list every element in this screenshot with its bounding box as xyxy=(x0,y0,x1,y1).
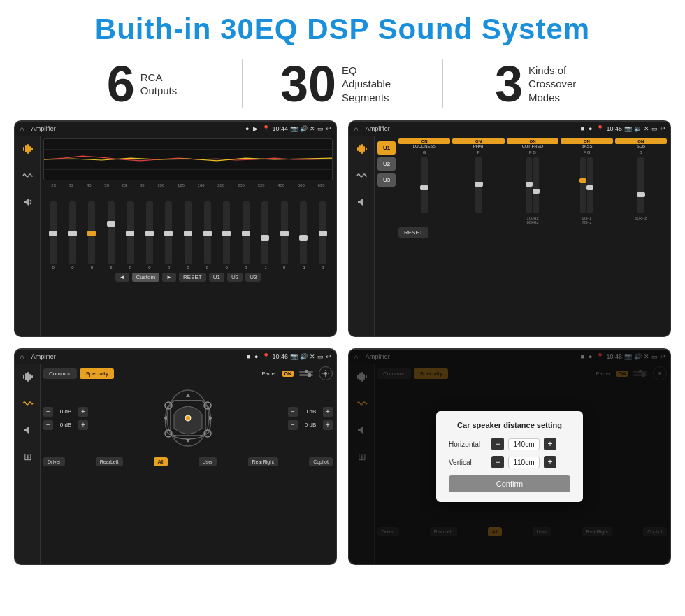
eq-u3-btn[interactable]: U3 xyxy=(245,273,261,282)
eq-play-btn[interactable]: ► xyxy=(162,273,176,282)
user-btn[interactable]: User xyxy=(199,457,217,466)
eq-track-7[interactable] xyxy=(185,201,192,264)
rear-left-btn[interactable]: RearLeft xyxy=(96,457,123,466)
u3-btn[interactable]: U3 xyxy=(377,173,396,187)
bass-slider-g[interactable] xyxy=(587,157,593,213)
horizontal-val: 140cm xyxy=(508,438,540,450)
horizontal-label: Horizontal xyxy=(449,440,487,448)
sidebar-expand-icon-3[interactable]: ⊞ xyxy=(20,449,36,464)
eq-track-9[interactable] xyxy=(223,201,230,264)
dialog-title: Car speaker distance setting xyxy=(449,421,570,429)
stat-rca-label: RCAOutputs xyxy=(140,71,178,98)
common-tab[interactable]: Common xyxy=(43,368,77,379)
eq-val-14: 0 xyxy=(322,266,324,270)
sidebar-eq-icon[interactable] xyxy=(20,141,36,157)
dot-icon-2: ■ xyxy=(581,125,584,132)
horizontal-minus-btn[interactable]: − xyxy=(491,438,504,450)
phat-slider[interactable] xyxy=(475,157,482,213)
db-val-2: 0 dB xyxy=(301,408,320,415)
settings-icon-3[interactable] xyxy=(319,366,333,380)
sidebar-wave-icon[interactable] xyxy=(20,168,36,183)
u1-btn[interactable]: U1 xyxy=(377,141,396,155)
db-minus-1[interactable]: − xyxy=(43,420,53,430)
screen1-sidebar xyxy=(15,136,41,336)
eq-val-12: 0 xyxy=(283,266,285,270)
confirm-button[interactable]: Confirm xyxy=(449,475,570,492)
rear-right-btn[interactable]: RearRight xyxy=(248,457,279,466)
eq-slider-13: -1 xyxy=(300,201,307,270)
screen1-title: Amplifier xyxy=(31,125,241,132)
eq-track-13[interactable] xyxy=(300,201,307,264)
dialog-horizontal-row: Horizontal − 140cm + xyxy=(449,438,570,450)
eq-val-0: 0 xyxy=(52,266,55,270)
eq-custom-btn[interactable]: Custom xyxy=(132,273,160,282)
cutfreq-slider-g[interactable] xyxy=(533,157,539,213)
eq-slider-7: 0 xyxy=(185,201,192,270)
db-minus-2[interactable]: − xyxy=(288,407,298,417)
sub-slider[interactable] xyxy=(637,157,644,213)
eq-track-8[interactable] xyxy=(204,201,211,264)
db-minus-0[interactable]: − xyxy=(43,407,53,417)
db-row-2: − 0 dB + xyxy=(288,407,333,417)
bass-slider-f[interactable] xyxy=(580,157,586,213)
loudness-slider[interactable] xyxy=(421,157,428,213)
eq-track-1[interactable] xyxy=(69,201,76,264)
sidebar-wave-icon-2[interactable] xyxy=(354,168,370,183)
vertical-minus-btn[interactable]: − xyxy=(491,456,504,468)
all-btn[interactable]: All xyxy=(154,457,168,466)
eq-track-4[interactable] xyxy=(127,201,134,264)
eq-val-10: 0 xyxy=(245,266,247,270)
eq-track-10[interactable] xyxy=(243,201,250,264)
copilot-btn[interactable]: Copilot xyxy=(309,457,333,466)
svg-rect-14 xyxy=(25,373,27,380)
eq-val-2: 0 xyxy=(91,266,93,270)
eq-track-5[interactable] xyxy=(146,201,153,264)
stat-crossover: 3 Kinds ofCrossover Modes xyxy=(443,59,643,109)
sidebar-vol-icon[interactable] xyxy=(20,194,36,210)
db-minus-3[interactable]: − xyxy=(288,420,298,430)
eq-track-14[interactable] xyxy=(319,201,326,264)
dot-icon-3b: ● xyxy=(254,353,258,360)
eq-reset-btn[interactable]: RESET xyxy=(179,273,206,282)
eq-prev-btn[interactable]: ◄ xyxy=(115,273,129,282)
specialty-tab[interactable]: Specialty xyxy=(80,368,113,379)
eq-track-11[interactable] xyxy=(261,201,268,264)
vertical-plus-btn[interactable]: + xyxy=(544,456,556,468)
db-plus-3[interactable]: + xyxy=(323,420,333,430)
time-display-1: 10:44 xyxy=(272,125,288,132)
db-plus-0[interactable]: + xyxy=(78,407,88,417)
sidebar-vol-icon-2[interactable] xyxy=(354,194,370,210)
eq-slider-0: 0 xyxy=(50,201,57,270)
statusbar-1: ⌂ Amplifier ● ▶ 📍 10:44 📷 🔊 ✕ ▭ ↩ xyxy=(15,122,336,136)
sub-label: SUB xyxy=(615,144,667,148)
sidebar-vol-icon-3[interactable] xyxy=(20,422,36,438)
db-plus-2[interactable]: + xyxy=(323,407,333,417)
eq-track-0[interactable] xyxy=(50,201,57,264)
dialog-vertical-row: Vertical − 110cm + xyxy=(449,456,570,468)
dot-icon-3: ■ xyxy=(247,353,250,360)
u2-btn[interactable]: U2 xyxy=(377,157,396,171)
driver-btn[interactable]: Driver xyxy=(43,457,65,466)
eq-val-11: -1 xyxy=(263,266,266,270)
eq-track-3[interactable] xyxy=(108,201,115,264)
eq-u1-btn[interactable]: U1 xyxy=(209,273,224,282)
eq-u2-btn[interactable]: U2 xyxy=(227,273,243,282)
camera-icon: 📷 xyxy=(290,125,298,132)
eq-track-2[interactable] xyxy=(88,201,95,264)
screen2-body: U1 U2 U3 ON LOUDNESS ON xyxy=(349,136,670,336)
sidebar-eq-icon-3[interactable] xyxy=(20,369,36,385)
screen3-title: Amplifier xyxy=(31,353,243,360)
eq-track-12[interactable] xyxy=(281,201,288,264)
cutfreq-slider-f[interactable] xyxy=(526,157,532,213)
amp-reset-btn[interactable]: RESET xyxy=(398,227,428,238)
eq-val-5: 0 xyxy=(148,266,150,270)
bass-label: BASS xyxy=(561,144,612,148)
horizontal-plus-btn[interactable]: + xyxy=(544,438,556,450)
sidebar-wave-icon-3[interactable] xyxy=(20,396,36,411)
home-icon: ⌂ xyxy=(20,124,24,133)
x-icon-2: ✕ xyxy=(644,125,649,132)
sidebar-eq-icon-2[interactable] xyxy=(354,141,370,157)
eq-track-6[interactable] xyxy=(165,201,172,264)
minus-icon-3: ▭ xyxy=(317,353,324,360)
db-plus-1[interactable]: + xyxy=(78,420,88,430)
